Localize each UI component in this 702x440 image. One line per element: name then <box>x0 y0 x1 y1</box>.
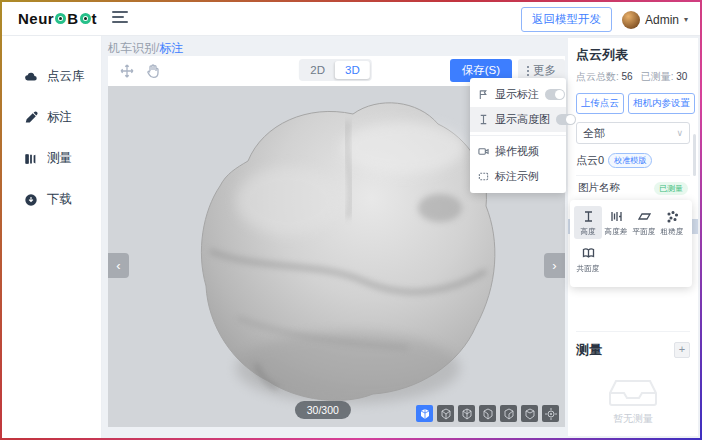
panel-stats: 点云总数: 56 已测量: 30 <box>576 70 690 84</box>
neurobot-app: NeurBt 返回模型开发 Admin ▾ 点云库 标注 测量 下载 <box>2 2 700 438</box>
show-heightmap-toggle[interactable] <box>556 114 576 125</box>
view-left-button[interactable] <box>479 405 496 422</box>
chevron-down-icon: ∨ <box>676 128 683 138</box>
image-counter-badge: 30/300 <box>295 401 351 419</box>
status-badge: 已测量 <box>654 182 688 195</box>
tool-height[interactable]: 高度 <box>574 206 602 239</box>
empty-text: 暂无测量 <box>568 412 698 426</box>
breadcrumb-current: 标注 <box>159 41 183 55</box>
screenshot-frame: NeurBt 返回模型开发 Admin ▾ 点云库 标注 测量 下载 <box>0 0 702 440</box>
app-logo: NeurBt <box>18 10 97 27</box>
download-icon <box>24 193 38 207</box>
coplanarity-tool-icon <box>582 247 595 260</box>
tool-height-diff[interactable]: 高度差 <box>602 206 630 239</box>
next-image-button[interactable]: › <box>544 253 565 278</box>
tab-3d[interactable]: 3D <box>335 61 370 79</box>
height-diff-tool-icon <box>610 210 623 223</box>
hand-tool-icon[interactable] <box>144 62 162 80</box>
roughness-tool-icon <box>666 210 679 223</box>
panel-title: 点云列表 <box>576 46 690 64</box>
menu-item-show-annotations[interactable]: 显示标注 <box>470 82 566 107</box>
image-list-item[interactable]: 图片名称 已测量 <box>576 181 690 195</box>
dimension-toggle: 2D 3D <box>298 59 371 81</box>
sidebar: 点云库 标注 测量 下载 <box>2 36 102 438</box>
height-tool-icon <box>582 210 595 223</box>
more-dropdown-menu: 显示标注 显示高度图 操作视频 标注示例 <box>470 78 566 193</box>
pointcloud-item[interactable]: 点云0 校准模版 <box>576 153 690 176</box>
video-icon <box>478 146 489 157</box>
menu-item-show-heightmap[interactable]: 显示高度图 <box>470 107 566 132</box>
menu-item-annotation-example[interactable]: 标注示例 <box>470 164 566 189</box>
show-annotations-toggle[interactable] <box>545 89 565 100</box>
tool-roughness[interactable]: 粗糙度 <box>658 206 686 239</box>
menu-item-tutorial-video[interactable]: 操作视频 <box>470 139 566 164</box>
template-badge: 校准模版 <box>608 153 652 168</box>
upload-pointcloud-button[interactable]: 上传点云 <box>576 93 624 114</box>
view-iso-button[interactable] <box>416 405 433 422</box>
cloud-icon <box>24 70 38 84</box>
view-front-button[interactable] <box>437 405 454 422</box>
empty-box-icon <box>606 367 660 407</box>
list-scrollbar[interactable] <box>693 134 696 176</box>
user-name: Admin <box>645 13 679 27</box>
top-header: NeurBt 返回模型开发 Admin ▾ <box>2 2 700 36</box>
pen-icon <box>24 111 38 125</box>
breadcrumb: 机车识别/标注 <box>108 40 183 57</box>
chevron-down-icon: ▾ <box>684 15 688 24</box>
sidebar-item-measure[interactable]: 测量 <box>2 138 101 179</box>
view-right-button[interactable] <box>500 405 517 422</box>
user-menu[interactable]: Admin ▾ <box>622 11 688 29</box>
logo-text: B <box>67 10 78 27</box>
frame-icon <box>478 171 489 182</box>
measure-section-header: 测量 + <box>576 331 690 359</box>
sidebar-item-annotate[interactable]: 标注 <box>2 97 101 138</box>
vertical-dots-icon <box>527 66 529 76</box>
menu-divider <box>470 135 566 136</box>
move-tool-icon[interactable] <box>118 62 136 80</box>
sidebar-item-download[interactable]: 下载 <box>2 179 101 220</box>
breadcrumb-parent[interactable]: 机车识别 <box>108 41 156 55</box>
ruler-icon <box>24 152 38 166</box>
gear-icon <box>80 13 91 24</box>
sidebar-item-pointcloud-library[interactable]: 点云库 <box>2 56 101 97</box>
prev-image-button[interactable]: ‹ <box>108 253 129 278</box>
avatar <box>622 11 640 29</box>
tab-2d[interactable]: 2D <box>300 61 335 79</box>
flag-icon <box>478 89 489 100</box>
sidebar-collapse-icon[interactable] <box>112 11 128 25</box>
tool-flatness[interactable]: 平面度 <box>630 206 658 239</box>
back-to-model-dev-button[interactable]: 返回模型开发 <box>521 7 612 32</box>
view-top-button[interactable] <box>521 405 538 422</box>
gear-icon <box>55 13 66 24</box>
tool-coplanarity[interactable]: 共面度 <box>574 243 602 276</box>
logo-text: t <box>92 10 98 27</box>
empty-state: 暂无测量 <box>568 367 698 426</box>
logo-text: Neur <box>18 10 54 27</box>
measure-tools-popup: 高度 高度差 平面度 粗糙度 共面度 <box>570 200 692 287</box>
view-cube-bar <box>416 405 559 422</box>
camera-params-button[interactable]: 相机内参设置 <box>628 93 695 114</box>
filter-select[interactable]: 全部 ∨ <box>576 122 690 144</box>
add-measure-button[interactable]: + <box>674 342 690 358</box>
recenter-button[interactable] <box>542 405 559 422</box>
height-icon <box>478 114 489 125</box>
view-back-button[interactable] <box>458 405 475 422</box>
flatness-tool-icon <box>638 210 651 223</box>
